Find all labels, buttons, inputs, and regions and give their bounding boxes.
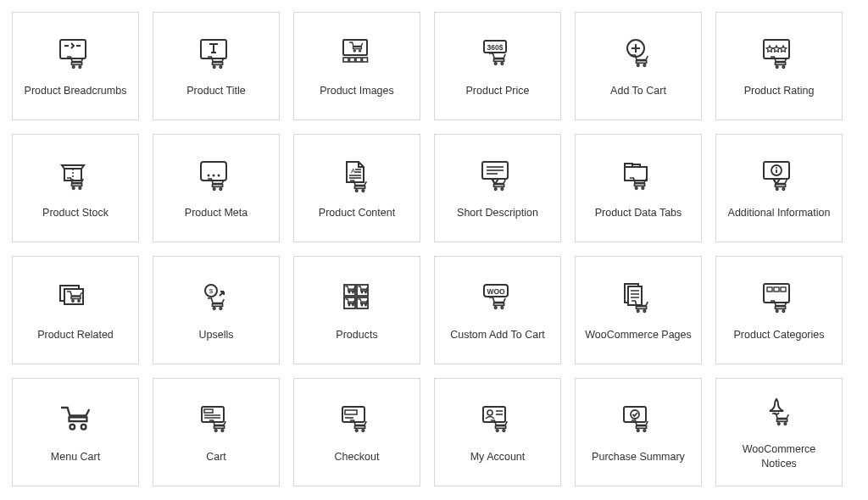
svg-rect-113 [764, 284, 789, 303]
svg-text:A: A [351, 167, 356, 175]
widget-product-related[interactable]: Product Related [12, 256, 139, 364]
widget-product-content[interactable]: A Product Content [293, 134, 420, 242]
svg-rect-106 [628, 286, 642, 305]
product-categories-icon [760, 279, 798, 319]
widget-label: Purchase Summary [592, 450, 685, 464]
svg-point-93 [365, 292, 366, 292]
widget-product-breadcrumbs[interactable]: Product Breadcrumbs [12, 12, 139, 120]
product-rating-icon [760, 35, 798, 75]
svg-point-25 [501, 62, 504, 64]
widget-product-stock[interactable]: Product Stock [12, 134, 139, 242]
svg-rect-14 [353, 47, 362, 48]
svg-point-42 [208, 174, 210, 176]
widget-my-account[interactable]: My Account [434, 378, 561, 486]
svg-point-144 [631, 410, 639, 419]
short-description-icon [479, 157, 516, 197]
widget-product-images[interactable]: Product Images [293, 12, 420, 120]
svg-rect-19 [356, 58, 361, 62]
svg-rect-140 [496, 425, 506, 428]
svg-point-69 [776, 167, 777, 169]
add-to-cart-icon [620, 35, 657, 75]
svg-point-103 [494, 306, 497, 308]
widget-product-price[interactable]: 360$ Product Price [434, 12, 561, 120]
purchase-summary-icon [620, 401, 657, 442]
widget-label: Upsells [199, 328, 234, 342]
svg-point-112 [643, 309, 646, 312]
upsells-icon: $ [198, 279, 235, 319]
widget-additional-information[interactable]: Additional Information [715, 134, 843, 242]
widget-product-data-tabs[interactable]: Product Data Tabs [575, 134, 702, 242]
svg-point-46 [213, 187, 215, 190]
svg-rect-41 [201, 162, 226, 181]
widget-label: Product Stock [42, 206, 108, 220]
svg-point-150 [784, 423, 787, 425]
product-meta-icon [198, 157, 235, 197]
products-icon [338, 279, 376, 319]
svg-rect-63 [625, 167, 647, 181]
svg-point-122 [81, 425, 86, 430]
widget-label: Product Data Tabs [595, 206, 682, 220]
svg-point-129 [221, 429, 224, 431]
svg-rect-71 [776, 184, 786, 186]
widget-purchase-summary[interactable]: Purchase Summary [575, 378, 702, 486]
product-related-icon [57, 279, 94, 319]
svg-point-11 [213, 65, 215, 68]
woocommerce-notices-icon [760, 393, 798, 434]
widget-label: Product Rating [744, 84, 815, 98]
widget-label: Product Breadcrumbs [25, 84, 127, 98]
widget-products[interactable]: Products [293, 256, 420, 364]
svg-rect-120 [70, 417, 87, 421]
svg-rect-23 [494, 58, 504, 61]
svg-point-12 [220, 65, 222, 68]
svg-point-89 [348, 292, 349, 292]
product-stock-icon [57, 157, 94, 197]
product-price-icon: 360$ [479, 35, 516, 75]
svg-point-128 [214, 429, 217, 431]
widget-label: Product Title [186, 84, 245, 98]
widget-custom-add-to-cart[interactable]: WOO Custom Add To Cart [434, 256, 561, 364]
svg-rect-64 [635, 183, 645, 186]
widget-product-rating[interactable]: Product Rating [715, 12, 843, 120]
cart-icon [198, 401, 235, 442]
svg-rect-18 [350, 58, 355, 62]
widget-product-title[interactable]: Product Title [153, 12, 280, 120]
svg-point-44 [218, 174, 220, 176]
widget-label: Products [336, 328, 377, 342]
svg-rect-116 [781, 287, 786, 292]
svg-rect-20 [363, 58, 368, 62]
menu-cart-icon [57, 401, 94, 442]
widget-label: Additional Information [728, 206, 831, 220]
widget-label: My Account [470, 450, 526, 464]
svg-point-72 [776, 187, 778, 190]
widget-product-categories[interactable]: Product Categories [715, 256, 843, 364]
widget-upsells[interactable]: $ Upsells [153, 256, 280, 364]
widget-woocommerce-notices[interactable]: WooCommerce Notices [715, 378, 843, 486]
svg-point-99 [365, 304, 366, 305]
widget-product-meta[interactable]: Product Meta [153, 134, 280, 242]
svg-rect-115 [774, 287, 779, 292]
svg-point-62 [501, 187, 504, 190]
svg-point-146 [637, 429, 639, 431]
widget-cart[interactable]: Cart [153, 378, 280, 486]
svg-text:$: $ [209, 287, 214, 295]
svg-point-83 [220, 307, 222, 309]
svg-point-35 [782, 65, 785, 68]
widget-checkout[interactable]: Checkout [293, 378, 420, 486]
custom-add-to-cart-icon: WOO [479, 279, 516, 319]
svg-point-66 [642, 186, 644, 189]
svg-point-61 [494, 187, 497, 190]
widget-label: WooCommerce Pages [585, 328, 692, 342]
widget-woocommerce-pages[interactable]: WooCommerce Pages [575, 256, 702, 364]
svg-rect-3 [60, 40, 86, 58]
svg-point-15 [353, 49, 355, 51]
widget-add-to-cart[interactable]: Add To Cart [575, 12, 702, 120]
widget-label: Checkout [335, 450, 380, 464]
svg-point-137 [487, 410, 492, 415]
widget-short-description[interactable]: Short Description [434, 134, 561, 242]
product-breadcrumbs-icon [57, 35, 94, 75]
svg-rect-94 [348, 302, 354, 303]
svg-rect-33 [776, 62, 786, 64]
widget-menu-cart[interactable]: Menu Cart [12, 378, 139, 486]
svg-point-34 [776, 65, 778, 68]
widget-label: Product Content [319, 206, 395, 220]
